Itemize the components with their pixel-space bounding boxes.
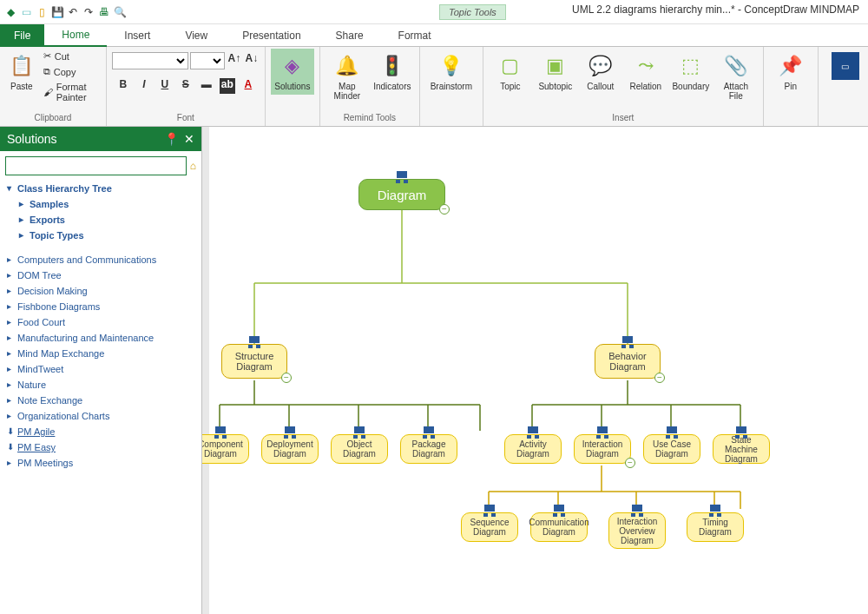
template-icon: ▭ bbox=[832, 52, 859, 80]
preview-icon[interactable]: 🔍 bbox=[113, 5, 127, 19]
file-tab[interactable]: File bbox=[0, 24, 44, 47]
boundary-button[interactable]: ⬚Boundary bbox=[669, 49, 713, 95]
tab-view[interactable]: View bbox=[168, 24, 225, 47]
tab-insert[interactable]: Insert bbox=[107, 24, 168, 47]
strike-button[interactable]: S bbox=[178, 78, 194, 94]
pin-button[interactable]: 📌Pin bbox=[769, 49, 812, 95]
cut-icon: ✂ bbox=[43, 50, 51, 62]
collapse-icon[interactable]: − bbox=[654, 373, 665, 383]
node-leaf[interactable]: Object Diagram bbox=[331, 434, 388, 464]
tree-item[interactable]: Manufacturing and Maintenance bbox=[3, 330, 198, 346]
tree-item[interactable]: Nature bbox=[3, 377, 198, 393]
topic-button[interactable]: ▢Topic bbox=[489, 49, 532, 95]
tree-item-download[interactable]: PM Agile bbox=[3, 424, 198, 439]
node-leaf[interactable]: Use Case Diagram bbox=[643, 434, 700, 464]
close-panel-icon[interactable]: ✕ bbox=[184, 132, 194, 146]
highlight-button[interactable]: ab bbox=[220, 78, 235, 94]
tab-home[interactable]: Home bbox=[44, 24, 107, 47]
solutions-panel: Solutions 📍 ✕ ⌂ Class Hierarchy Tree Sam… bbox=[0, 127, 202, 614]
tree-item[interactable]: Organizational Charts bbox=[3, 408, 198, 424]
tree-item[interactable]: Exports bbox=[3, 212, 198, 228]
solutions-button[interactable]: ◈ Solutions bbox=[271, 49, 314, 95]
tree-item[interactable]: Food Court bbox=[3, 314, 198, 330]
node-root[interactable]: Diagram − bbox=[358, 179, 445, 210]
tab-share[interactable]: Share bbox=[319, 24, 381, 47]
tree-item[interactable]: Note Exchange bbox=[3, 393, 198, 408]
map-minder-button[interactable]: 🔔 Map Minder bbox=[326, 49, 369, 104]
underline-button[interactable]: U bbox=[157, 78, 173, 94]
tree-item[interactable]: DOM Tree bbox=[3, 267, 198, 283]
undo-icon[interactable]: ↶ bbox=[66, 5, 80, 19]
save-icon[interactable]: 💾 bbox=[50, 5, 64, 19]
search-input[interactable] bbox=[5, 156, 187, 175]
tab-format[interactable]: Format bbox=[381, 24, 449, 47]
node-leaf[interactable]: Timing Diagram bbox=[687, 512, 744, 542]
paste-button[interactable]: 📋 Paste bbox=[5, 49, 38, 95]
node-behavior[interactable]: Behavior Diagram − bbox=[595, 344, 661, 379]
group-label: Insert bbox=[489, 113, 758, 124]
tree-item[interactable]: Topic Types bbox=[3, 228, 198, 243]
copy-button[interactable]: ⧉Copy bbox=[40, 64, 101, 79]
format-painter-button[interactable]: 🖌Format Painter bbox=[40, 80, 101, 104]
open-icon[interactable]: ▯ bbox=[35, 5, 49, 19]
tab-presentation[interactable]: Presentation bbox=[225, 24, 318, 47]
boundary-icon: ⬚ bbox=[677, 52, 705, 80]
font-family-combo[interactable] bbox=[112, 52, 188, 69]
pin-panel-icon[interactable]: 📍 bbox=[164, 132, 179, 146]
tree-item[interactable]: Mind Map Exchange bbox=[3, 346, 198, 361]
brainstorm-button[interactable]: 💡 Brainstorm bbox=[425, 49, 477, 95]
indicators-button[interactable]: 🚦 Indicators bbox=[371, 49, 414, 95]
tree-root[interactable]: Class Hierarchy Tree bbox=[3, 181, 198, 196]
quick-access-toolbar: ◆ ▭ ▯ 💾 ↶ ↷ 🖶 🔍 bbox=[3, 5, 127, 19]
pin-icon: 📌 bbox=[777, 52, 805, 80]
grow-font-icon[interactable]: A↑ bbox=[227, 52, 242, 68]
tree-item[interactable]: Samples bbox=[3, 196, 198, 212]
italic-button[interactable]: I bbox=[136, 78, 152, 94]
vertical-scrollbar[interactable] bbox=[202, 127, 209, 614]
node-structure[interactable]: Structure Diagram − bbox=[221, 344, 287, 379]
node-handle-icon bbox=[597, 426, 608, 433]
node-leaf[interactable]: Deployment Diagram bbox=[261, 434, 319, 464]
subtopic-icon: ▣ bbox=[542, 52, 569, 80]
node-leaf[interactable]: Activity Diagram bbox=[504, 434, 562, 464]
node-handle-icon bbox=[424, 426, 434, 433]
solutions-icon: ◈ bbox=[279, 52, 306, 80]
attach-file-button[interactable]: 📎Attach File bbox=[714, 49, 758, 104]
tree-item[interactable]: Fishbone Diagrams bbox=[3, 299, 198, 314]
mindmap-canvas[interactable]: Diagram − Structure Diagram − Behavior D… bbox=[202, 127, 868, 614]
node-leaf[interactable]: Component Diagram bbox=[202, 434, 249, 464]
home-icon[interactable]: ⌂ bbox=[190, 160, 196, 172]
new-icon[interactable]: ▭ bbox=[19, 5, 33, 19]
node-leaf[interactable]: State Machine Diagram bbox=[713, 434, 770, 464]
redo-icon[interactable]: ↷ bbox=[82, 5, 95, 19]
cut-button[interactable]: ✂Cut bbox=[40, 49, 101, 63]
panel-list[interactable]: Class Hierarchy Tree Samples Exports Top… bbox=[0, 181, 201, 614]
tree-item[interactable]: PM Meetings bbox=[3, 455, 198, 471]
node-leaf[interactable]: Communication Diagram bbox=[530, 512, 588, 542]
shrink-font-icon[interactable]: A↓ bbox=[244, 52, 260, 68]
node-leaf[interactable]: Sequence Diagram bbox=[461, 512, 518, 542]
panel-header: Solutions 📍 ✕ bbox=[0, 127, 201, 151]
tree-item-download[interactable]: PM Easy bbox=[3, 439, 198, 455]
node-interaction[interactable]: Interaction Diagram− bbox=[574, 434, 631, 464]
relation-button[interactable]: ⤳Relation bbox=[624, 49, 667, 95]
bold-button[interactable]: B bbox=[115, 78, 131, 94]
main-area: Solutions 📍 ✕ ⌂ Class Hierarchy Tree Sam… bbox=[0, 127, 868, 614]
collapse-icon[interactable]: − bbox=[281, 373, 292, 383]
fill-button[interactable]: ▬ bbox=[199, 78, 214, 94]
callout-button[interactable]: 💬Callout bbox=[579, 49, 622, 95]
font-size-combo[interactable] bbox=[190, 52, 225, 69]
group-pin: 📌Pin bbox=[764, 47, 819, 126]
font-color-button[interactable]: A bbox=[240, 78, 256, 94]
tree-item[interactable]: Computers and Communications bbox=[3, 252, 198, 267]
template-button[interactable]: ▭ bbox=[824, 49, 867, 83]
tree-item[interactable]: MindTweet bbox=[3, 361, 198, 377]
node-leaf[interactable]: Interaction Overview Diagram bbox=[608, 512, 666, 549]
node-leaf[interactable]: Package Diagram bbox=[400, 434, 457, 464]
app-icon: ◆ bbox=[3, 5, 17, 19]
subtopic-button[interactable]: ▣Subtopic bbox=[534, 49, 577, 95]
collapse-icon[interactable]: − bbox=[625, 458, 635, 468]
tree-item[interactable]: Decision Making bbox=[3, 283, 198, 299]
print-icon[interactable]: 🖶 bbox=[97, 5, 111, 19]
collapse-icon[interactable]: − bbox=[439, 204, 450, 215]
